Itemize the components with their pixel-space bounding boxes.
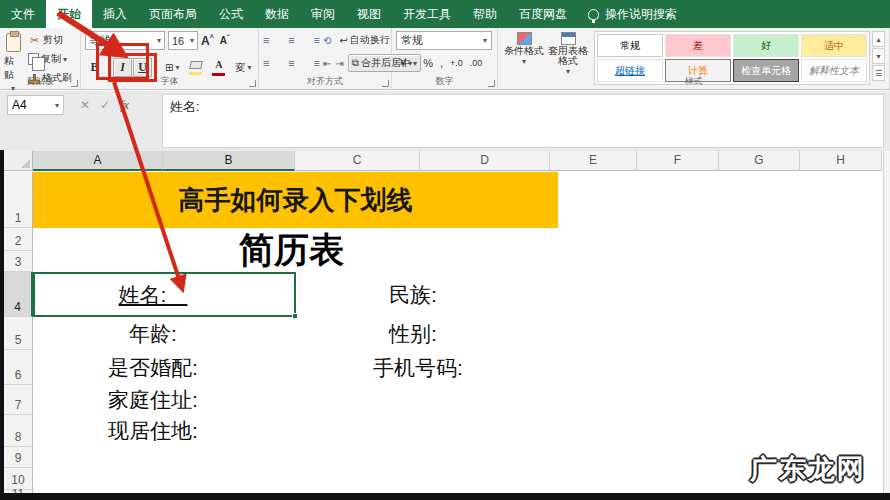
- resume-title-cell[interactable]: 简历表: [33, 228, 550, 272]
- tab-data[interactable]: 数据: [254, 0, 300, 28]
- row-header-1[interactable]: 1: [4, 172, 33, 228]
- tab-formulas[interactable]: 公式: [208, 0, 254, 28]
- grow-font-button[interactable]: A^: [198, 34, 217, 48]
- ribbon-tab-bar: 文件 开始 插入 页面布局 公式 数据 审阅 视图 开发工具 帮助 百度网盘 操…: [0, 0, 890, 28]
- alignment-dialog-launcher[interactable]: [382, 80, 389, 87]
- percent-style-button[interactable]: %: [423, 57, 433, 69]
- align-middle-icon[interactable]: ≡: [283, 38, 299, 43]
- align-top-icon[interactable]: ≡: [263, 38, 279, 43]
- tab-file[interactable]: 文件: [0, 0, 46, 28]
- tab-developer[interactable]: 开发工具: [392, 0, 462, 28]
- phonetic-guide-button[interactable]: 変 ▾: [231, 59, 255, 77]
- comma-style-button[interactable]: ,: [440, 57, 443, 69]
- cell-c5-gender[interactable]: 性别:: [295, 317, 531, 350]
- copy-button[interactable]: 复制 ▾: [24, 50, 76, 68]
- tab-home[interactable]: 开始: [46, 0, 92, 28]
- cell-a8-residence[interactable]: 现居住地:: [33, 415, 273, 447]
- column-header-d[interactable]: D: [420, 151, 550, 171]
- styles-group-label: 样式: [498, 75, 889, 88]
- left-edge-bar: [0, 150, 4, 500]
- paint-bucket-icon: [189, 61, 203, 69]
- number-dialog-launcher[interactable]: [488, 80, 495, 87]
- cut-button[interactable]: ✂ 剪切: [24, 31, 76, 49]
- borders-button[interactable]: ⊞ ▾: [161, 60, 183, 75]
- column-header-a[interactable]: A: [33, 151, 163, 171]
- name-box[interactable]: A4 ▾: [7, 95, 64, 115]
- column-header-e[interactable]: E: [550, 151, 637, 171]
- enter-button[interactable]: ✓: [100, 98, 110, 112]
- align-center-icon[interactable]: ≡: [283, 61, 299, 66]
- gallery-up-button[interactable]: ▴: [872, 31, 885, 47]
- cell-a5-age[interactable]: 年龄:: [33, 317, 273, 350]
- row-header-4[interactable]: 4: [4, 272, 33, 317]
- wrap-text-button[interactable]: ↩ 自动换行: [335, 31, 393, 49]
- chevron-down-icon: ▾: [522, 57, 526, 67]
- column-header-g[interactable]: G: [719, 151, 800, 171]
- row-header-6[interactable]: 6: [4, 350, 33, 385]
- column-header-c[interactable]: C: [295, 151, 420, 171]
- lightbulb-icon: [588, 9, 599, 20]
- tab-insert[interactable]: 插入: [92, 0, 138, 28]
- tell-me-label: 操作说明搜索: [605, 6, 677, 23]
- accounting-format-button[interactable]: ¥ ▾: [396, 55, 416, 71]
- align-bottom-icon[interactable]: ≡: [303, 38, 319, 43]
- column-header-f[interactable]: F: [637, 151, 719, 171]
- gallery-down-button[interactable]: ▾: [872, 48, 885, 64]
- group-styles: 条件格式 ▾ 套用表格格式 ▾ 常规 差 好 适中 超链接 计算 检查单元格 解…: [498, 28, 890, 89]
- phonetic-icon: 変: [235, 61, 245, 75]
- tab-netdisk[interactable]: 百度网盘: [508, 0, 578, 28]
- align-left-icon[interactable]: ≡: [263, 61, 279, 66]
- tab-review[interactable]: 审阅: [300, 0, 346, 28]
- align-right-icon[interactable]: ≡: [303, 61, 319, 66]
- row-header-5[interactable]: 5: [4, 317, 33, 350]
- row-header-2[interactable]: 2: [4, 228, 33, 251]
- clipboard-dialog-launcher[interactable]: [71, 80, 78, 87]
- formula-bar-input[interactable]: 姓名:: [162, 94, 884, 148]
- cancel-button[interactable]: ✕: [80, 98, 90, 112]
- cell-style-bad[interactable]: 差: [665, 34, 731, 57]
- vertical-scrollbar[interactable]: [883, 151, 890, 494]
- font-dialog-launcher[interactable]: [249, 80, 256, 87]
- number-format-select[interactable]: 常规 ▾: [396, 31, 492, 50]
- increase-decimal-button[interactable]: +.0: [450, 58, 463, 68]
- tab-page-layout[interactable]: 页面布局: [138, 0, 208, 28]
- row-header-9[interactable]: 9: [4, 447, 33, 468]
- cell-c4-ethnic[interactable]: 民族:: [295, 272, 531, 317]
- group-alignment: ≡ ≡ ≡ ⟲ ↩ 自动换行 ≡ ≡ ≡ ⇤ ⇥ ⧉: [259, 28, 392, 89]
- excel-window: 文件 开始 插入 页面布局 公式 数据 审阅 视图 开发工具 帮助 百度网盘 操…: [0, 0, 890, 500]
- decrease-decimal-button[interactable]: .00: [470, 58, 483, 68]
- chevron-down-icon: ▾: [157, 36, 161, 45]
- row-header-3[interactable]: 3: [4, 251, 33, 272]
- row-header-7[interactable]: 7: [4, 385, 33, 415]
- format-as-table-button[interactable]: 套用表格格式 ▾: [546, 31, 590, 77]
- cell-a7-home-address[interactable]: 家庭住址:: [33, 385, 273, 415]
- conditional-formatting-button[interactable]: 条件格式 ▾: [502, 31, 546, 67]
- cell-a6-married[interactable]: 是否婚配:: [33, 350, 273, 385]
- orientation-button[interactable]: ⟲: [323, 35, 331, 46]
- cell-c6-phone[interactable]: 手机号码:: [295, 350, 541, 385]
- shrink-font-button[interactable]: Aˇ: [217, 34, 233, 46]
- tab-help[interactable]: 帮助: [462, 0, 508, 28]
- tell-me-search[interactable]: 操作说明搜索: [578, 0, 687, 28]
- name-box-value: A4: [12, 98, 27, 112]
- column-header-b[interactable]: B: [163, 151, 295, 171]
- borders-icon: ⊞: [165, 62, 173, 73]
- fill-color-button[interactable]: [185, 59, 206, 77]
- copy-icon: [28, 53, 39, 65]
- font-color-a-icon: A: [215, 60, 222, 70]
- insert-function-button[interactable]: fx: [120, 98, 129, 113]
- chevron-down-icon: ▾: [483, 36, 487, 45]
- chevron-down-icon: ▾: [175, 63, 179, 72]
- decrease-indent-button[interactable]: ⇤: [323, 58, 331, 69]
- cell-style-good[interactable]: 好: [733, 34, 799, 57]
- cell-style-normal[interactable]: 常规: [597, 34, 663, 57]
- tab-view[interactable]: 视图: [346, 0, 392, 28]
- cell-style-neutral[interactable]: 适中: [801, 34, 867, 57]
- increase-indent-button[interactable]: ⇥: [335, 58, 343, 69]
- row-header-8[interactable]: 8: [4, 415, 33, 447]
- select-all-corner[interactable]: [4, 151, 33, 171]
- banner-cell[interactable]: 高手如何录入下划线: [33, 172, 558, 228]
- column-header-h[interactable]: H: [800, 151, 882, 171]
- cut-label: 剪切: [43, 33, 63, 47]
- font-size-select[interactable]: 16 ▾: [168, 31, 198, 50]
